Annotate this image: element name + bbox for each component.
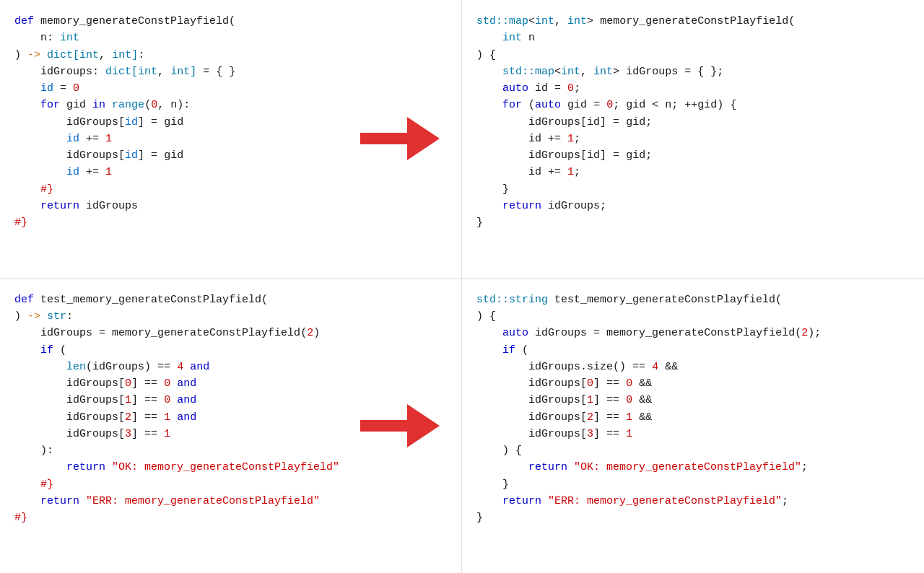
main-container: def memory_generateConstPlayfield( n: in… <box>0 0 924 573</box>
code-cpp-bottom: std::string test_memory_generateConstPla… <box>476 292 910 527</box>
svg-marker-1 <box>407 117 440 160</box>
svg-rect-2 <box>360 420 411 432</box>
svg-marker-3 <box>407 404 440 447</box>
panel-bottom-right: std::string test_memory_generateConstPla… <box>462 279 924 573</box>
arrow-right-icon <box>360 117 440 160</box>
panel-bottom-left: def test_memory_generateConstPlayfield( … <box>0 279 462 573</box>
code-cpp-top: std::map<int, int> memory_generateConstP… <box>476 13 910 231</box>
panel-top-right: std::map<int, int> memory_generateConstP… <box>462 0 924 279</box>
arrow-right-bottom-icon <box>360 404 440 447</box>
arrow-top <box>360 117 440 160</box>
panel-top-left: def memory_generateConstPlayfield( n: in… <box>0 0 462 279</box>
arrow-bottom <box>360 404 440 447</box>
svg-rect-0 <box>360 133 411 144</box>
